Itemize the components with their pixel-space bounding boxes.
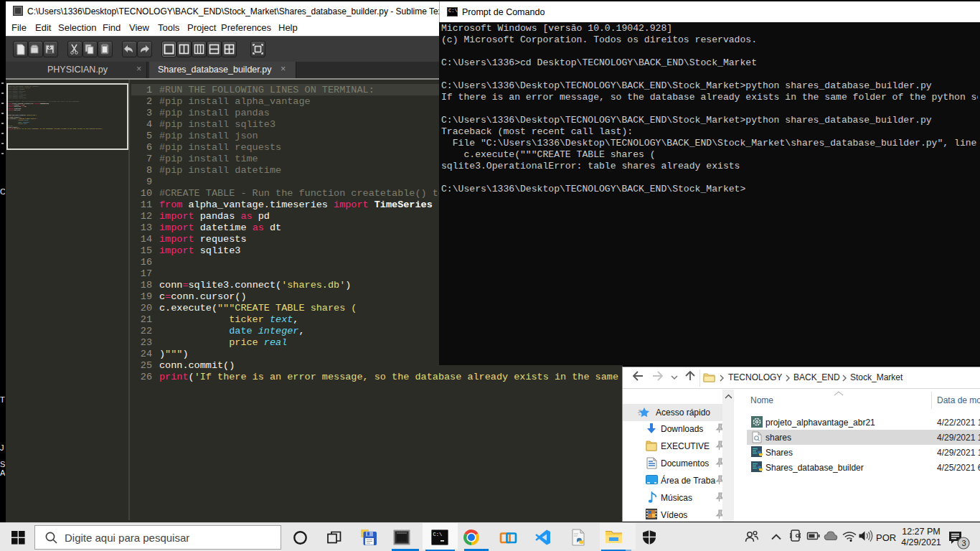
svg-text:3: 3 (962, 539, 966, 547)
svg-text:C:\: C:\ (433, 532, 443, 537)
